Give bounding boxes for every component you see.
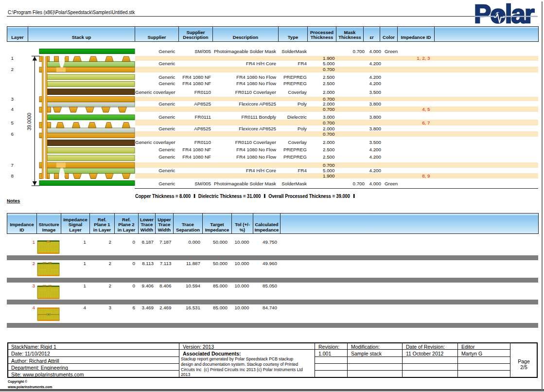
svg-text:39.0000: 39.0000 xyxy=(27,112,32,130)
svg-text:Polar: Polar xyxy=(474,1,534,26)
